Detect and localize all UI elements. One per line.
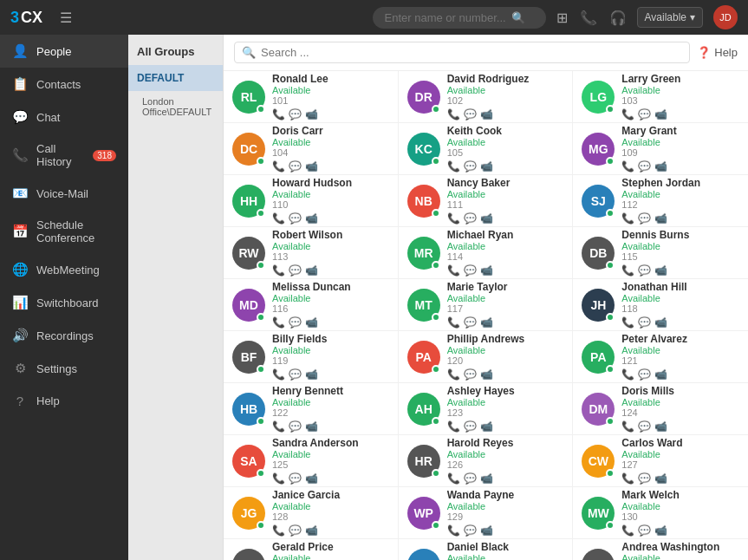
menu-icon[interactable]: ☰: [60, 10, 72, 26]
sidebar-item-recordings[interactable]: 🔊 Recordings: [0, 319, 128, 352]
call-icon[interactable]: 📞: [272, 316, 285, 329]
contact-card[interactable]: MGMary GrantAvailable109📞💬📹: [573, 123, 748, 175]
chat-icon[interactable]: 💬: [464, 212, 477, 225]
video-icon[interactable]: 📹: [654, 264, 667, 277]
call-icon[interactable]: 📞: [621, 316, 634, 329]
video-icon[interactable]: 📹: [480, 108, 493, 120]
call-icon[interactable]: 📞: [621, 160, 634, 173]
video-icon[interactable]: 📹: [305, 368, 318, 381]
sidebar-item-webmeeting[interactable]: 🌐 WebMeeting: [0, 253, 128, 286]
call-icon[interactable]: 📞: [447, 212, 460, 225]
contact-card[interactable]: KCKeith CookAvailable105📞💬📹: [399, 123, 574, 175]
video-icon[interactable]: 📹: [305, 524, 318, 537]
video-icon[interactable]: 📹: [305, 420, 318, 433]
contact-card[interactable]: MRMichael RyanAvailable114📞💬📹: [399, 227, 574, 279]
chat-icon[interactable]: 💬: [638, 212, 651, 225]
contacts-search-input[interactable]: [261, 46, 682, 59]
sidebar-item-help[interactable]: ? Help: [0, 385, 128, 417]
video-icon[interactable]: 📹: [305, 212, 318, 225]
sidebar-item-call-history[interactable]: 📞 Call History 318: [0, 133, 128, 177]
call-icon[interactable]: 📞: [447, 472, 460, 485]
video-icon[interactable]: 📹: [480, 420, 493, 433]
contact-card[interactable]: AHAshley HayesAvailable123📞💬📹: [399, 383, 574, 435]
group-item-default[interactable]: DEFAULT: [128, 65, 223, 91]
availability-button[interactable]: Available ▾: [637, 7, 703, 28]
grid-icon[interactable]: ⊞: [556, 10, 568, 26]
chat-icon[interactable]: 💬: [464, 160, 477, 173]
contact-card[interactable]: AWAndrea WashingtonAvailable133📞💬📹: [573, 539, 748, 560]
contact-card[interactable]: PAPeter AlvarezAvailable121📞💬📹: [573, 331, 748, 383]
contact-card[interactable]: NBNancy BakerAvailable111📞💬📹: [399, 175, 574, 227]
chat-icon[interactable]: 💬: [289, 420, 302, 433]
call-icon[interactable]: 📞: [621, 108, 634, 120]
contact-card[interactable]: DCDoris CarrAvailable104📞💬📹: [224, 123, 399, 175]
chat-icon[interactable]: 💬: [289, 212, 302, 225]
video-icon[interactable]: 📹: [305, 472, 318, 485]
user-avatar[interactable]: JD: [713, 5, 738, 29]
contact-card[interactable]: SASandra AndersonAvailable125📞💬📹: [224, 435, 399, 487]
chat-icon[interactable]: 💬: [464, 368, 477, 381]
contact-card[interactable]: DRDavid RodriguezAvailable102📞💬📹: [399, 71, 574, 123]
contact-card[interactable]: BFBilly FieldsAvailable119📞💬📹: [224, 331, 399, 383]
contact-card[interactable]: MDMelissa DuncanAvailable116📞💬📹: [224, 279, 399, 331]
chat-icon[interactable]: 💬: [464, 524, 477, 537]
call-icon[interactable]: 📞: [621, 524, 634, 537]
contact-card[interactable]: RWRobert WilsonAvailable113📞💬📹: [224, 227, 399, 279]
contact-card[interactable]: DMDoris MillsAvailable124📞💬📹: [573, 383, 748, 435]
video-icon[interactable]: 📹: [654, 524, 667, 537]
chat-icon[interactable]: 💬: [289, 108, 302, 120]
global-search-input[interactable]: [385, 11, 506, 24]
video-icon[interactable]: 📹: [305, 316, 318, 329]
contact-card[interactable]: JHJonathan HillAvailable118📞💬📹: [573, 279, 748, 331]
call-icon[interactable]: 📞: [621, 420, 634, 433]
sidebar-item-switchboard[interactable]: 📊 Switchboard: [0, 286, 128, 319]
call-icon[interactable]: 📞: [447, 368, 460, 381]
chat-icon[interactable]: 💬: [638, 160, 651, 173]
video-icon[interactable]: 📹: [654, 160, 667, 173]
contact-card[interactable]: DBDennis BurnsAvailable115📞💬📹: [573, 227, 748, 279]
call-icon[interactable]: 📞: [272, 420, 285, 433]
call-icon[interactable]: 📞: [447, 420, 460, 433]
sidebar-item-voicemail[interactable]: 📧 Voice-Mail: [0, 177, 128, 210]
call-icon[interactable]: 📞: [272, 108, 285, 120]
chat-icon[interactable]: 💬: [638, 420, 651, 433]
video-icon[interactable]: 📹: [654, 420, 667, 433]
chat-icon[interactable]: 💬: [464, 420, 477, 433]
sidebar-item-settings[interactable]: ⚙ Settings: [0, 352, 128, 385]
sidebar-item-people[interactable]: 👤 People: [0, 35, 128, 68]
call-icon[interactable]: 📞: [621, 264, 634, 277]
video-icon[interactable]: 📹: [480, 212, 493, 225]
chat-icon[interactable]: 💬: [289, 316, 302, 329]
contact-card[interactable]: SJStephen JordanAvailable112📞💬📹: [573, 175, 748, 227]
contact-card[interactable]: RLRonald LeeAvailable101📞💬📹: [224, 71, 399, 123]
contact-card[interactable]: HHHoward HudsonAvailable110📞💬📹: [224, 175, 399, 227]
video-icon[interactable]: 📹: [654, 368, 667, 381]
chat-icon[interactable]: 💬: [638, 472, 651, 485]
contact-card[interactable]: CWCarlos WardAvailable127📞💬📹: [573, 435, 748, 487]
video-icon[interactable]: 📹: [305, 160, 318, 173]
call-icon[interactable]: 📞: [447, 316, 460, 329]
call-icon[interactable]: 📞: [272, 264, 285, 277]
chat-icon[interactable]: 💬: [638, 524, 651, 537]
call-icon[interactable]: 📞: [272, 368, 285, 381]
chat-icon[interactable]: 💬: [289, 264, 302, 277]
phone-icon[interactable]: 📞: [580, 10, 597, 26]
call-icon[interactable]: 📞: [621, 472, 634, 485]
contact-card[interactable]: HRHarold ReyesAvailable126📞💬📹: [399, 435, 574, 487]
video-icon[interactable]: 📹: [305, 108, 318, 120]
chat-icon[interactable]: 💬: [464, 264, 477, 277]
chat-icon[interactable]: 💬: [289, 524, 302, 537]
video-icon[interactable]: 📹: [480, 472, 493, 485]
video-icon[interactable]: 📹: [480, 264, 493, 277]
contacts-search-bar[interactable]: 🔍: [234, 42, 690, 63]
contact-card[interactable]: LGLarry GreenAvailable103📞💬📹: [573, 71, 748, 123]
sidebar-item-schedule[interactable]: 📅 Schedule Conference: [0, 210, 128, 253]
call-icon[interactable]: 📞: [447, 524, 460, 537]
chat-icon[interactable]: 💬: [638, 316, 651, 329]
chat-icon[interactable]: 💬: [464, 472, 477, 485]
video-icon[interactable]: 📹: [480, 160, 493, 173]
group-item-london[interactable]: London Office\DEFAULT: [128, 91, 223, 122]
call-icon[interactable]: 📞: [272, 160, 285, 173]
contact-card[interactable]: MTMarie TaylorAvailable117📞💬📹: [399, 279, 574, 331]
sidebar-item-contacts[interactable]: 📋 Contacts: [0, 68, 128, 101]
